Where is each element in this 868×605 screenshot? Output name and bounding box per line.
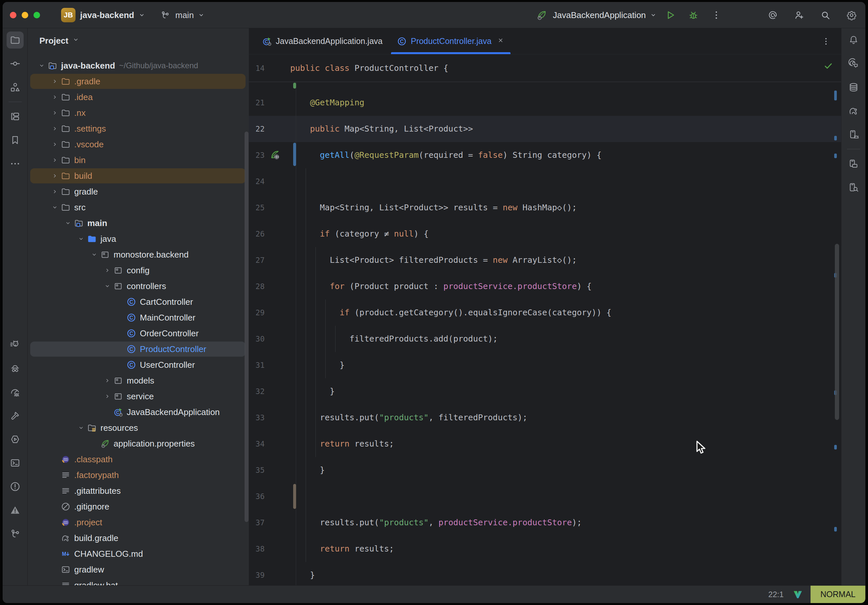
code-line-21[interactable]: 21 @GetMapping	[249, 90, 841, 116]
tree-item-.gradle[interactable]: .gradle	[28, 73, 249, 89]
expand-chevron-icon[interactable]	[103, 266, 112, 275]
running-devices-tool[interactable]	[842, 123, 865, 146]
search-button[interactable]	[817, 7, 833, 23]
expand-chevron-icon[interactable]	[103, 392, 112, 401]
run-button[interactable]	[662, 7, 678, 23]
code-line-31[interactable]: 31 }	[249, 352, 841, 378]
tree-item-.idea[interactable]: .idea	[28, 89, 249, 105]
warnings-tool[interactable]	[3, 498, 28, 522]
user-plus-button[interactable]	[791, 7, 807, 23]
tree-item-resources[interactable]: resources	[28, 420, 249, 436]
tree-item-.settings[interactable]: .settings	[28, 121, 249, 136]
profiler-tool[interactable]	[3, 380, 28, 404]
tab-ProductController.java[interactable]: CProductController.java	[390, 28, 512, 54]
tree-item-service[interactable]: service	[28, 388, 249, 404]
change-stripe-mark[interactable]	[834, 527, 837, 532]
change-stripe-mark[interactable]	[834, 91, 837, 101]
expand-chevron-icon[interactable]	[51, 124, 59, 133]
tree-item-.nx[interactable]: .nx	[28, 105, 249, 121]
database-tool[interactable]	[842, 76, 865, 99]
tab-JavaBackendApplication.java[interactable]: CJavaBackendApplication.java	[255, 28, 390, 54]
tree-item-build[interactable]: build	[28, 168, 249, 184]
change-stripe-mark[interactable]	[834, 136, 837, 141]
kebab-button[interactable]	[708, 7, 724, 23]
tree-item-ProductController[interactable]: C ProductController	[28, 341, 249, 357]
project-panel-header[interactable]: Project	[28, 28, 249, 53]
tree-item-java[interactable]: java	[28, 231, 249, 247]
services-tool[interactable]	[3, 427, 28, 451]
code-line-33[interactable]: 33 results.put("products", filteredProdu…	[249, 405, 841, 431]
tree-item-.gitattributes[interactable]: .gitattributes	[28, 483, 249, 499]
expand-chevron-icon[interactable]	[51, 140, 59, 149]
request-mapping-gutter-icon[interactable]	[269, 149, 281, 162]
code-line-34[interactable]: 34 return results;	[249, 431, 841, 457]
tree-item-monostore.backend[interactable]: monostore.backend	[28, 247, 249, 263]
collapse-chevron-icon[interactable]	[77, 424, 85, 432]
tree-item-.gitignore[interactable]: .gitignore	[28, 499, 249, 514]
tree-item-gradlew[interactable]: gradlew	[28, 562, 249, 577]
code-line-38[interactable]: 38 return results;	[249, 536, 841, 562]
tree-item-OrderController[interactable]: C OrderController	[28, 325, 249, 341]
tree-item-.vscode[interactable]: .vscode	[28, 136, 249, 152]
commit-tool[interactable]	[3, 52, 28, 76]
code-line-22[interactable]: 22 public Map<String, List<Product>>	[249, 116, 841, 142]
expand-chevron-icon[interactable]	[103, 376, 112, 385]
tree-item-gradlew.bat[interactable]: gradlew.bat	[28, 577, 249, 585]
code-line-23[interactable]: 23 getAll(@RequestParam(required = false…	[249, 142, 841, 168]
expand-chevron-icon[interactable]	[51, 93, 59, 101]
code-line-32[interactable]: 32 }	[249, 378, 841, 405]
ai-assistant-tool[interactable]	[842, 52, 865, 76]
expand-chevron-icon[interactable]	[51, 172, 59, 180]
project-tree-scrollbar[interactable]	[245, 132, 248, 522]
editor-scrollbar[interactable]	[835, 244, 839, 420]
code-line-37[interactable]: 37 results.put("products", productServic…	[249, 509, 841, 536]
ai-cat-plugin[interactable]	[3, 333, 28, 357]
ideavim-icon[interactable]	[792, 589, 803, 600]
change-stripe-mark[interactable]	[834, 445, 837, 449]
collapse-chevron-icon[interactable]	[77, 235, 85, 243]
code-line-29[interactable]: 29 if (product.getCategory().equalsIgnor…	[249, 300, 841, 326]
build-tool[interactable]	[3, 404, 28, 427]
tree-item-config[interactable]: config	[28, 263, 249, 278]
debug-button[interactable]	[685, 7, 701, 23]
tree-item-bin[interactable]: bin	[28, 152, 249, 168]
code-line-30[interactable]: 30 filteredProducts.add(product);	[249, 326, 841, 352]
tree-item-main[interactable]: main	[28, 215, 249, 231]
inspection-status-check-icon[interactable]	[823, 61, 833, 72]
code-line-39[interactable]: 39 }	[249, 562, 841, 585]
gradle-tool[interactable]	[842, 99, 865, 123]
collapse-chevron-icon[interactable]	[64, 219, 72, 227]
tree-item-build.gradle[interactable]: build.gradle	[28, 530, 249, 546]
expand-chevron-icon[interactable]	[51, 108, 59, 117]
code-line-28[interactable]: 28 for (Product product : productService…	[249, 273, 841, 300]
window-layers-tool[interactable]	[3, 105, 28, 128]
expand-chevron-icon[interactable]	[51, 77, 59, 86]
tree-item-MainController[interactable]: C MainController	[28, 310, 249, 325]
change-stripe-mark[interactable]	[834, 153, 837, 158]
gear-button[interactable]	[844, 7, 859, 23]
vcs-added-marker[interactable]	[293, 83, 296, 88]
tree-item-.project[interactable]: .project	[28, 514, 249, 530]
close-tab-icon[interactable]	[497, 36, 505, 46]
tree-item-src[interactable]: src	[28, 200, 249, 215]
tree-item-gradle[interactable]: gradle	[28, 184, 249, 200]
code-line-27[interactable]: 27 List<Product> filteredProducts = new …	[249, 247, 841, 273]
tree-item-UserController[interactable]: C UserController	[28, 357, 249, 373]
code-line-35[interactable]: 35 }	[249, 457, 841, 483]
incognito-plugin[interactable]	[3, 357, 28, 380]
vcs-changed-marker[interactable]	[293, 143, 296, 166]
tree-item-JavaBackendApplication[interactable]: C JavaBackendApplication	[28, 404, 249, 420]
at-spiral-button[interactable]	[765, 7, 781, 23]
code-line-25[interactable]: 25 Map<String, List<Product>> results = …	[249, 195, 841, 221]
code-line-24[interactable]: 24	[249, 168, 841, 195]
tree-item-java-backend[interactable]: java-backend~/Github/java-backend	[28, 58, 249, 73]
expand-chevron-icon[interactable]	[51, 156, 59, 164]
tree-item-CHANGELOG.md[interactable]: M CHANGELOG.md	[28, 546, 249, 562]
code-line-26[interactable]: 26 if (category ≠ null) {	[249, 221, 841, 247]
minimize-window-button[interactable]	[22, 12, 28, 19]
bookmarks-tool[interactable]	[3, 128, 28, 152]
tree-item-models[interactable]: models	[28, 373, 249, 388]
terminal-tool[interactable]	[3, 451, 28, 475]
tree-item-controllers[interactable]: controllers	[28, 278, 249, 294]
sticky-class-line[interactable]: 14 public class ProductController {	[249, 54, 841, 82]
